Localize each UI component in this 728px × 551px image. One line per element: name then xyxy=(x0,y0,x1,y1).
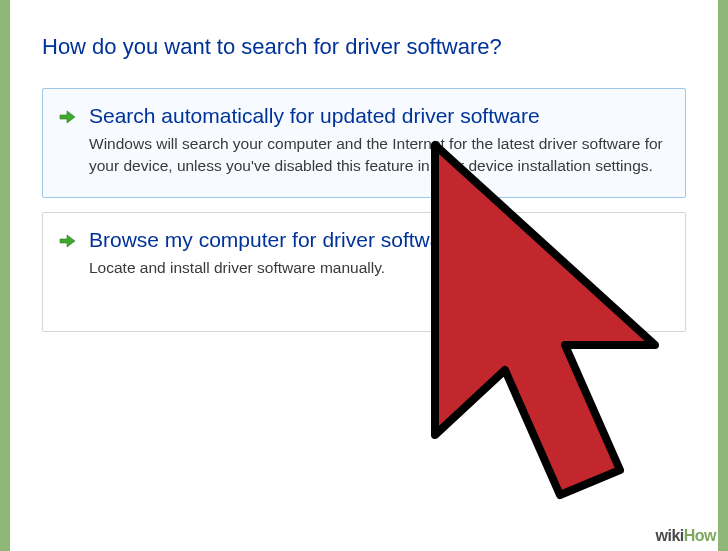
option-search-automatically[interactable]: Search automatically for updated driver … xyxy=(42,88,686,198)
arrow-right-icon xyxy=(57,107,77,127)
option-body: Browse my computer for driver software L… xyxy=(89,227,665,279)
option-description: Locate and install driver software manua… xyxy=(89,257,665,279)
watermark-part1: wiki xyxy=(655,527,683,544)
watermark: wikiHow xyxy=(655,527,716,545)
option-body: Search automatically for updated driver … xyxy=(89,103,665,177)
option-title: Search automatically for updated driver … xyxy=(89,103,665,129)
arrow-right-icon xyxy=(57,231,77,251)
option-browse-computer[interactable]: Browse my computer for driver software L… xyxy=(42,212,686,332)
option-description: Windows will search your computer and th… xyxy=(89,133,665,176)
dialog-heading: How do you want to search for driver sof… xyxy=(42,34,686,60)
watermark-part2: How xyxy=(684,527,716,544)
driver-search-dialog: How do you want to search for driver sof… xyxy=(10,0,718,551)
option-title: Browse my computer for driver software xyxy=(89,227,665,253)
